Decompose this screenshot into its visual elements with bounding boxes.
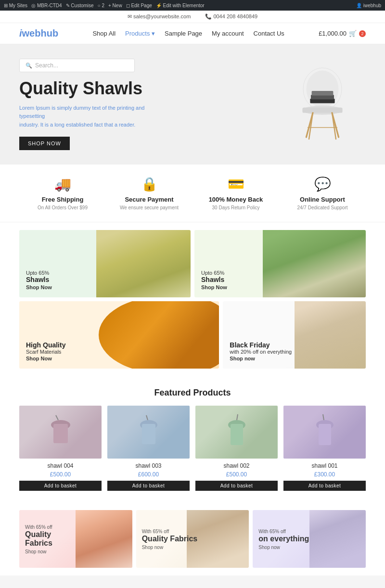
svg-rect-16 — [142, 424, 155, 444]
banner-shawls-2[interactable]: Upto 65% Shawls Shop Now — [194, 230, 366, 297]
money-back-title: 100% Money Back — [192, 196, 279, 203]
cart-amount: £1,000.00 — [319, 30, 346, 37]
money-back-subtitle: 30 Days Return Policy — [192, 205, 279, 210]
product-image-1 — [19, 406, 102, 459]
promo-title-2: Quality Fabrics — [142, 535, 198, 543]
email-contact: ✉ sales@yourwebsite.com — [128, 13, 191, 20]
svg-rect-22 — [319, 424, 331, 445]
shipping-subtitle: On All Orders Over $99 — [19, 205, 106, 210]
svg-line-17 — [146, 415, 148, 420]
banner-cta-4[interactable]: Shop now — [230, 356, 255, 361]
admin-mbr[interactable]: ◎ MBR-CTD4 — [31, 3, 62, 8]
product-name-4: shawl 001 — [283, 462, 366, 469]
promo-title-3: on everything — [258, 535, 309, 543]
cart-icon[interactable]: 🛒 — [349, 30, 357, 37]
banner-title-1: Shawls — [26, 276, 52, 283]
admin-elementor[interactable]: ⚡ Edit with Elementor — [156, 3, 205, 8]
footer: About Us Lorem ipsum dolor sit amet, con… — [0, 575, 385, 588]
nav-contact-us[interactable]: Contact Us — [254, 30, 284, 37]
admin-user[interactable]: 👤 iwebhub — [356, 3, 381, 8]
contact-bar: ✉ sales@yourwebsite.com 📞 0044 208 48408… — [0, 11, 385, 23]
banner-title-4: Black Friday — [230, 341, 292, 349]
banner-scarf[interactable]: High Quality Scarf Materials Shop Now — [19, 301, 219, 369]
secure-icon: 🔒 — [106, 176, 192, 192]
featured-products-section: Featured Products shawl 004 £500.00 Add … — [0, 376, 385, 502]
admin-new[interactable]: + New — [108, 3, 122, 8]
hero-image — [279, 61, 366, 148]
nav-sample-page[interactable]: Sample Page — [165, 30, 202, 37]
add-to-basket-1[interactable]: Add to basket — [19, 481, 102, 491]
banner-black-friday[interactable]: Black Friday with 20% off on everything … — [223, 301, 366, 369]
banner-cta-3[interactable]: Shop Now — [26, 356, 52, 361]
features-bar: 🚚 Free Shipping On All Orders Over $99 🔒… — [0, 165, 385, 222]
money-back-icon: 💳 — [192, 176, 279, 192]
promo-text-3: With 65% off on everything Shop now — [258, 527, 309, 550]
banner-shawls-1[interactable]: Upto 65% Shawls Shop Now — [19, 230, 191, 297]
promo-item-2[interactable]: With 65% off Quality Fabrics Shop now — [136, 510, 249, 568]
search-placeholder-text: Search... — [35, 62, 58, 69]
promo-cta-3[interactable]: Shop now — [258, 545, 280, 550]
banner-subtitle-3: Scarf Materials — [26, 349, 65, 355]
add-to-basket-2[interactable]: Add to basket — [107, 481, 190, 491]
promo-item-3[interactable]: With 65% off on everything Shop now — [253, 510, 366, 568]
admin-counter: ○ 2 — [98, 3, 104, 8]
secure-title: Secure Payment — [106, 196, 192, 203]
admin-bar: ⊞ My Sites ◎ MBR-CTD4 ✎ Customise ○ 2 + … — [0, 0, 385, 11]
add-to-basket-4[interactable]: Add to basket — [283, 481, 366, 491]
hero-description: Lorem Ipsum is simply dummy text of the … — [19, 104, 154, 129]
search-bar[interactable]: 🔍 Search... — [19, 59, 135, 72]
product-card-4: shawl 001 £300.00 Add to basket — [283, 406, 366, 491]
add-to-basket-3[interactable]: Add to basket — [195, 481, 278, 491]
promo-cta-2[interactable]: Shop now — [142, 545, 163, 550]
product-card-3: shawl 002 £500.00 Add to basket — [195, 406, 278, 491]
promo-section: With 65% off QualityFabrics Shop now Wit… — [0, 502, 385, 575]
cart-badge: 2 — [359, 30, 366, 37]
logo[interactable]: iwebhub — [19, 28, 58, 39]
nav-my-account[interactable]: My account — [212, 30, 244, 37]
phone-contact: 📞 0044 208 4840849 — [205, 13, 257, 20]
feature-online-support: 💬 Online Support 24/7 Dedicated Support — [279, 176, 366, 210]
admin-my-sites[interactable]: ⊞ My Sites — [4, 3, 27, 8]
feature-money-back: 💳 100% Money Back 30 Days Return Policy — [192, 176, 279, 210]
promo-cta-1[interactable]: Shop now — [25, 549, 46, 554]
banner-grid: Upto 65% Shawls Shop Now Upto 65% Shawls… — [0, 222, 385, 376]
svg-line-14 — [56, 415, 58, 420]
svg-line-23 — [323, 414, 324, 420]
banner-row-1: Upto 65% Shawls Shop Now Upto 65% Shawls… — [19, 230, 366, 297]
support-subtitle: 24/7 Dedicated Support — [279, 205, 366, 210]
secure-subtitle: We ensure secure payment — [106, 205, 192, 210]
banner-text-1: Upto 65% Shawls Shop Now — [26, 270, 52, 291]
product-image-3 — [195, 406, 278, 459]
promo-text-2: With 65% off Quality Fabrics Shop now — [142, 527, 198, 550]
main-nav: Shop All Products ▾ Sample Page My accou… — [92, 30, 284, 37]
featured-title: Featured Products — [19, 388, 366, 398]
product-card-2: shawl 003 £600.00 Add to basket — [107, 406, 190, 491]
admin-bar-right: 👤 iwebhub — [356, 3, 381, 8]
products-grid: shawl 004 £500.00 Add to basket shawl 00… — [19, 406, 366, 491]
banner-cta-1[interactable]: Shop Now — [26, 284, 52, 290]
cart-area[interactable]: £1,000.00 🛒 2 — [319, 30, 366, 37]
admin-customise[interactable]: ✎ Customise — [66, 3, 94, 8]
nav-shop-all[interactable]: Shop All — [92, 30, 116, 37]
product-price-1: £500.00 — [19, 471, 102, 478]
header: iwebhub Shop All Products ▾ Sample Page … — [0, 23, 385, 44]
shop-now-button[interactable]: SHOP NOW — [19, 137, 70, 150]
banner-subtitle-4: with 20% off on everything — [230, 349, 292, 355]
product-name-3: shawl 002 — [195, 462, 278, 469]
shipping-icon: 🚚 — [19, 176, 106, 192]
admin-edit-page[interactable]: ◻ Edit Page — [126, 3, 152, 8]
product-image-2 — [107, 406, 190, 459]
banner-cta-2[interactable]: Shop Now — [201, 284, 227, 290]
product-price-3: £500.00 — [195, 471, 278, 478]
svg-rect-19 — [231, 424, 243, 445]
promo-small-2: With 65% off — [142, 529, 169, 534]
banner-tag-1: Upto 65% — [26, 270, 52, 276]
admin-bar-left: ⊞ My Sites ◎ MBR-CTD4 ✎ Customise ○ 2 + … — [4, 3, 205, 8]
promo-small-3: With 65% off — [258, 529, 286, 534]
nav-products[interactable]: Products ▾ — [125, 30, 155, 37]
logo-text: webhub — [22, 28, 59, 38]
hero-title: Quality Shawls — [19, 79, 279, 98]
chair-svg — [284, 66, 361, 143]
promo-small-1: With 65% off — [25, 524, 52, 530]
promo-item-1[interactable]: With 65% off QualityFabrics Shop now — [19, 510, 132, 568]
